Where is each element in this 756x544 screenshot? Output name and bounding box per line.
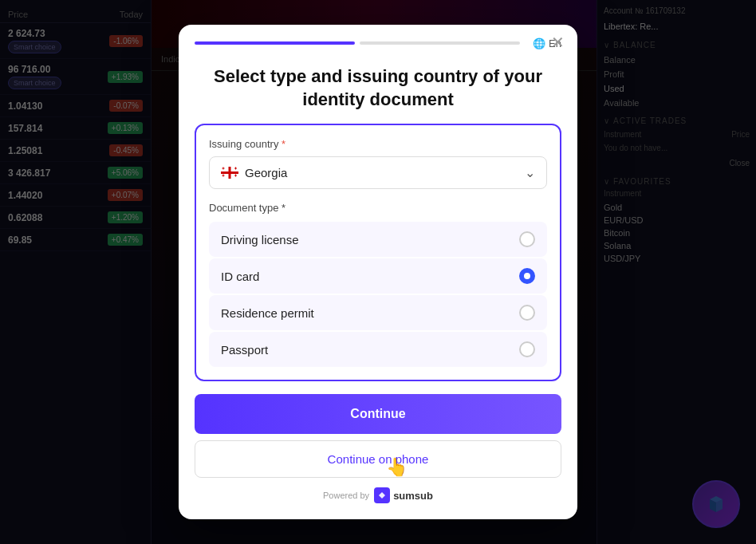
required-marker-doc: * [282, 202, 285, 214]
document-type-options: Driving license ID card Residence permit… [209, 222, 547, 367]
passport-radio[interactable] [519, 341, 535, 357]
residence-permit-label: Residence permit [221, 306, 314, 320]
svg-rect-8 [223, 175, 224, 177]
doc-option-residence-permit[interactable]: Residence permit [209, 295, 547, 330]
document-form: Issuing country * [195, 124, 561, 381]
continue-button[interactable]: Continue [195, 394, 561, 434]
svg-rect-4 [223, 168, 224, 170]
residence-permit-radio[interactable] [519, 305, 535, 321]
required-marker: * [282, 138, 285, 150]
id-card-radio[interactable] [519, 268, 535, 284]
selected-country-name: Georgia [245, 166, 287, 179]
svg-rect-6 [235, 168, 236, 170]
sumsub-logo: sumsub [374, 487, 433, 503]
document-type-label: Document type * [209, 202, 547, 214]
modal-top-bar: 🌐 En ✕ [179, 25, 577, 49]
identity-document-modal: 🌐 En ✕ Select type and issuing country o… [179, 25, 577, 519]
passport-label: Passport [221, 343, 268, 357]
svg-rect-10 [235, 175, 236, 177]
georgia-flag-icon [221, 167, 238, 179]
doc-option-driving-license[interactable]: Driving license [209, 222, 547, 257]
id-card-label: ID card [221, 270, 259, 283]
sumsub-text: sumsub [393, 490, 433, 502]
progress-bar [195, 41, 520, 45]
driving-license-label: Driving license [221, 233, 299, 246]
powered-by-footer: Powered by sumsub [179, 487, 577, 503]
driving-license-radio[interactable] [519, 231, 535, 247]
country-select-dropdown[interactable]: Georgia ⌄ [209, 156, 547, 189]
modal-close-button[interactable]: ✕ [551, 34, 565, 50]
modal-overlay: 🌐 En ✕ Select type and issuing country o… [0, 0, 756, 544]
selected-country-display: Georgia [221, 166, 287, 179]
doc-option-id-card[interactable]: ID card [209, 258, 547, 294]
doc-option-passport[interactable]: Passport [209, 332, 547, 367]
continue-on-phone-button[interactable]: Continue on phone [195, 440, 561, 478]
powered-by-text: Powered by [323, 491, 369, 500]
modal-title: Select type and issuing country of your … [179, 49, 577, 124]
chevron-down-icon: ⌄ [525, 165, 535, 180]
globe-icon: 🌐 [533, 37, 545, 49]
progress-step-2 [360, 41, 520, 45]
progress-step-1 [195, 41, 355, 45]
svg-rect-2 [229, 167, 231, 179]
issuing-country-label: Issuing country * [209, 138, 547, 150]
sumsub-icon [374, 487, 390, 503]
